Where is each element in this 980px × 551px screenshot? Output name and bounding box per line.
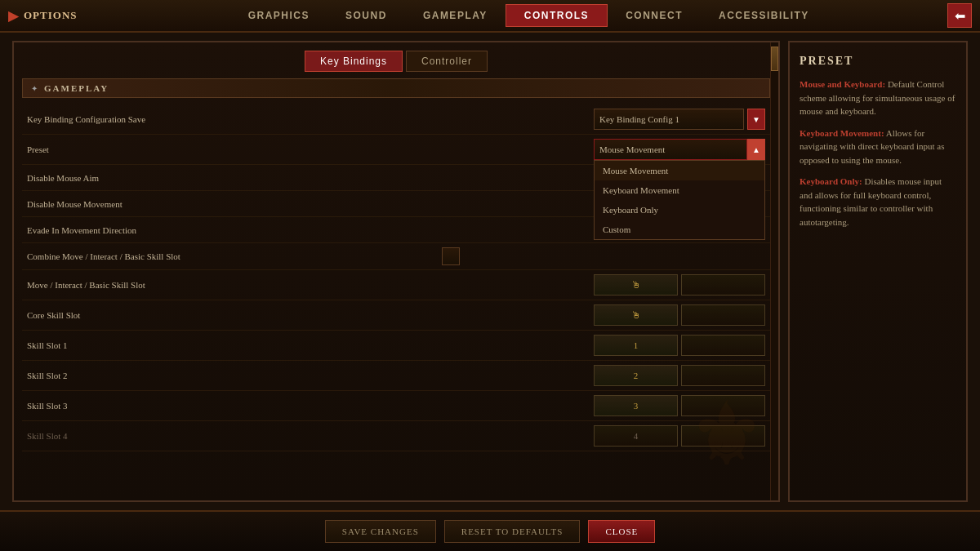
options-label: OPTIONS <box>24 9 78 22</box>
preset-mouse-keyboard: Mouse and Keyboard: Default Control sche… <box>800 78 956 118</box>
gameplay-section-title: GAMEPLAY <box>44 83 109 93</box>
tab-connect[interactable]: CONNECT <box>608 5 701 26</box>
key-binding-save-row: Key Binding Configuration Save Key Bindi… <box>22 104 770 135</box>
tab-graphics[interactable]: GRAPHICS <box>230 5 327 26</box>
core-skill-control: 🖱 <box>594 304 765 326</box>
skill-slot-3-key[interactable]: 3 <box>594 395 678 416</box>
skill-slot-1-key-value: 1 <box>634 340 639 350</box>
skill-slot-4-key[interactable]: 4 <box>594 425 678 447</box>
preset-option-keyboard-only[interactable]: Keyboard Only <box>595 200 764 220</box>
save-changes-button[interactable]: Save Changes <box>325 520 436 543</box>
tab-gameplay[interactable]: GAMEPLAY <box>405 5 506 26</box>
skill-slot-2-key[interactable]: 2 <box>594 365 678 386</box>
left-panel: Key Bindings Controller ✦ GAMEPLAY Key B… <box>12 41 780 502</box>
core-skill-label: Core Skill Slot <box>27 310 594 320</box>
key-binding-save-label: Key Binding Configuration Save <box>27 114 594 124</box>
section-star-icon: ✦ <box>31 84 38 93</box>
content-area: ✦ GAMEPLAY Key Binding Configuration Sav… <box>14 78 778 500</box>
preset-option-mouse-movement[interactable]: Mouse Movement <box>595 161 764 180</box>
skill-slot-4-key2[interactable] <box>681 425 765 447</box>
combine-move-row: Combine Move / Interact / Basic Skill Sl… <box>22 243 770 270</box>
evade-movement-label: Evade In Movement Direction <box>27 225 594 235</box>
preset-option-custom[interactable]: Custom <box>595 220 764 239</box>
skill-slot-1-control: 1 <box>594 335 765 356</box>
preset-keyboard-movement: Keyboard Movement: Allows for navigating… <box>800 127 956 167</box>
scrollbar[interactable] <box>770 42 778 500</box>
tab-controls[interactable]: CONTROLS <box>506 4 608 27</box>
mouse-keyboard-title: Mouse and Keyboard: <box>800 79 885 89</box>
move-interact-row: Move / Interact / Basic Skill Slot 🖱 <box>22 270 770 300</box>
options-menu: ▶ OPTIONS <box>8 8 78 24</box>
gameplay-section-header: ✦ GAMEPLAY <box>22 78 770 98</box>
main-content: Key Bindings Controller ✦ GAMEPLAY Key B… <box>0 33 980 510</box>
move-interact-key1[interactable]: 🖱 <box>594 274 678 295</box>
core-icon: 🖱 <box>631 309 641 322</box>
top-nav: ▶ OPTIONS GRAPHICS SOUND GAMEPLAY CONTRO… <box>0 0 980 33</box>
core-skill-key2[interactable] <box>681 304 765 326</box>
preset-keyboard-only: Keyboard Only: Disables mouse input and … <box>800 175 956 229</box>
core-skill-key1[interactable]: 🖱 <box>594 304 678 326</box>
move-interact-key2[interactable] <box>681 274 765 295</box>
bottom-bar: Save Changes Reset to Defaults Close <box>0 510 980 551</box>
combine-move-checkbox[interactable] <box>442 247 460 265</box>
preset-label: Preset <box>27 144 594 154</box>
close-button[interactable]: Close <box>588 520 655 543</box>
keyboard-only-title: Keyboard Only: <box>800 176 862 186</box>
tab-key-bindings[interactable]: Key Bindings <box>305 51 403 72</box>
back-button[interactable]: ⬅ <box>947 3 972 28</box>
skill-slot-4-row: Skill Slot 4 4 <box>22 421 770 451</box>
key-binding-save-arrow[interactable]: ▼ <box>747 109 765 130</box>
preset-value: Mouse Movement <box>599 144 665 154</box>
skill-slot-1-row: Skill Slot 1 1 <box>22 331 770 361</box>
sub-tabs: Key Bindings Controller <box>14 42 778 78</box>
skill-slot-4-key-value: 4 <box>634 431 639 441</box>
skill-slot-3-control: 3 <box>594 395 765 416</box>
move-interact-label: Move / Interact / Basic Skill Slot <box>27 280 594 290</box>
skill-slot-3-key-value: 3 <box>634 401 639 411</box>
nav-tabs: GRAPHICS SOUND GAMEPLAY CONTROLS CONNECT… <box>110 4 947 27</box>
tab-sound[interactable]: SOUND <box>327 5 405 26</box>
reset-defaults-button[interactable]: Reset to Defaults <box>444 520 581 543</box>
scrollbar-thumb[interactable] <box>771 47 778 71</box>
preset-panel-title: PRESET <box>800 55 956 68</box>
skill-slot-3-key2[interactable] <box>681 395 765 416</box>
tab-controller[interactable]: Controller <box>406 51 488 72</box>
disable-mouse-movement-label: Disable Mouse Movement <box>27 199 594 209</box>
skill-slot-2-row: Skill Slot 2 2 <box>22 361 770 391</box>
key-binding-save-dropdown[interactable]: Key Binding Config 1 <box>594 109 744 130</box>
skill-slot-2-label: Skill Slot 2 <box>27 371 594 380</box>
preset-row: Preset Mouse Movement ▲ Mouse Movement K… <box>22 135 770 165</box>
keyboard-movement-title: Keyboard Movement: <box>800 128 884 138</box>
preset-dropdown-menu: Mouse Movement Keyboard Movement Keyboar… <box>594 160 765 240</box>
skill-slot-2-key-value: 2 <box>634 371 639 380</box>
skill-slot-1-key2[interactable] <box>681 335 765 356</box>
preset-dropdown-wrapper: Mouse Movement ▲ Mouse Movement Keyboard… <box>594 139 765 160</box>
key-binding-save-control: Key Binding Config 1 ▼ <box>594 109 765 130</box>
move-interact-control: 🖱 <box>594 274 765 295</box>
disable-mouse-aim-label: Disable Mouse Aim <box>27 173 594 183</box>
skill-slot-3-label: Skill Slot 3 <box>27 401 594 411</box>
skill-slot-1-key[interactable]: 1 <box>594 335 678 356</box>
preset-dropdown[interactable]: Mouse Movement <box>594 139 747 160</box>
nav-arrow-icon: ▶ <box>8 8 19 24</box>
skill-slot-3-row: Skill Slot 3 3 <box>22 391 770 421</box>
combine-move-control <box>288 247 460 265</box>
mouse-icon: 🖱 <box>631 279 641 291</box>
skill-slot-1-label: Skill Slot 1 <box>27 340 594 350</box>
skill-slot-2-key2[interactable] <box>681 365 765 386</box>
skill-slot-4-label: Skill Slot 4 <box>27 431 594 441</box>
preset-option-keyboard-movement[interactable]: Keyboard Movement <box>595 180 764 200</box>
combine-move-label: Combine Move / Interact / Basic Skill Sl… <box>27 251 288 261</box>
skill-slot-4-control: 4 <box>594 425 765 447</box>
key-binding-save-value: Key Binding Config 1 <box>599 114 679 124</box>
right-panel: PRESET Mouse and Keyboard: Default Contr… <box>788 41 968 502</box>
skill-slot-2-control: 2 <box>594 365 765 386</box>
tab-accessibility[interactable]: ACCESSIBILITY <box>701 5 827 26</box>
preset-arrow[interactable]: ▲ <box>747 139 765 160</box>
core-skill-row: Core Skill Slot 🖱 <box>22 300 770 331</box>
